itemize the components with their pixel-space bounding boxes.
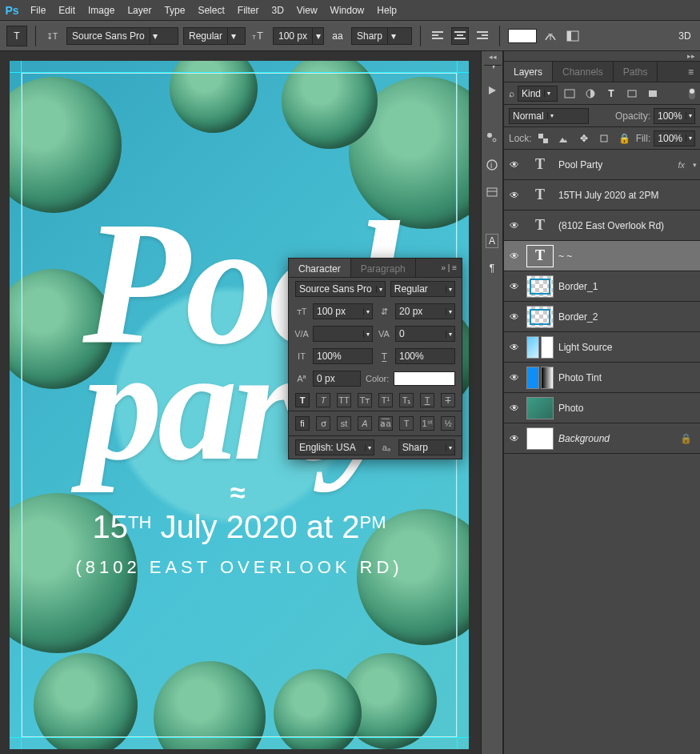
char-lang[interactable]: English: USA▾ [295,439,374,455]
ot-ordinals[interactable]: 1ˢᵗ [420,416,434,431]
properties-icon[interactable] [486,186,498,199]
layer-row[interactable]: 👁 Background 🔒 [504,423,700,454]
menu-layer[interactable]: Layer [121,0,158,21]
layer-name[interactable]: Photo [558,403,697,414]
ot-fractions[interactable]: ½ [441,416,455,431]
canvas-area[interactable]: Pool party ≈ 15TH July 2020 at 2PM (8102… [0,51,481,754]
menu-file[interactable]: File [24,0,52,21]
faux-bold[interactable]: T [295,393,310,407]
layer-name[interactable]: Border_2 [558,311,697,323]
tab-layers[interactable]: Layers [504,62,553,82]
lock-image-icon[interactable] [555,130,572,147]
font-family-dropdown[interactable]: Source Sans Pro ▾ [66,27,178,45]
guide-horizontal[interactable] [10,737,469,738]
superscript[interactable]: T¹ [378,393,393,407]
layer-row[interactable]: 👁 Photo [504,393,700,423]
tab-character[interactable]: Character [289,259,351,277]
fill-input[interactable]: 100%▾ [654,130,695,146]
visibility-toggle[interactable]: 👁 [507,159,522,170]
fx-label[interactable]: fx [678,160,685,170]
filter-adjust-icon[interactable] [582,85,599,102]
text-orientation-toggle[interactable]: ↧T [44,27,62,45]
poster-address[interactable]: (8102 EAST OVERLOOK RD) [10,557,469,578]
panel-menu-icon[interactable]: ≡ [682,62,700,82]
char-font-family[interactable]: Source Sans Pro▾ [295,281,386,297]
visibility-toggle[interactable]: 👁 [507,281,522,292]
align-right-button[interactable] [474,27,491,45]
layer-name[interactable]: Border_1 [558,281,697,292]
faux-italic[interactable]: T [316,393,330,407]
menu-3d[interactable]: 3D [265,0,290,21]
filter-pixel-icon[interactable] [561,85,578,102]
paragraph-icon[interactable]: ¶ [490,263,494,274]
ot-ligatures[interactable]: fi [295,416,310,431]
layer-name[interactable]: 15TH July 2020 at 2PM [558,190,697,201]
visibility-toggle[interactable]: 👁 [507,433,522,444]
char-tracking[interactable]: 0▾ [395,326,455,342]
layer-name[interactable]: Light Source [558,342,697,353]
ot-titling[interactable]: T [399,416,414,431]
brushes-icon[interactable] [486,131,498,144]
layer-row[interactable]: 👁 Border_1 [504,271,700,302]
strikethrough[interactable]: T [441,393,455,407]
type-tool-preset[interactable]: T [6,26,27,46]
menu-type[interactable]: Type [158,0,191,21]
lock-position-icon[interactable]: ✥ [575,130,592,147]
panel-expand-arrows[interactable]: ▸▸ [504,51,700,62]
layer-row[interactable]: 👁 Border_2 [504,302,700,332]
menu-filter[interactable]: Filter [231,0,266,21]
menu-window[interactable]: Window [324,0,371,21]
layer-name[interactable]: Pool Party [558,159,673,170]
panel-menu-button[interactable]: » | ≡ [436,259,462,277]
menu-edit[interactable]: Edit [52,0,82,21]
lock-transparent-icon[interactable] [535,130,552,147]
align-left-button[interactable] [429,27,446,45]
filter-shape-icon[interactable] [623,85,641,102]
lock-artboard-icon[interactable] [595,130,612,147]
layer-row[interactable]: 👁 Photo Tint [504,363,700,393]
warp-text-button[interactable]: T [542,27,559,45]
character-panel-toggle[interactable] [564,27,582,45]
layer-row[interactable]: 👁 T Pool Party fx▾ [504,150,700,180]
filter-toggle[interactable] [689,88,695,99]
visibility-toggle[interactable]: 👁 [507,403,522,414]
opacity-input[interactable]: 100%▾ [654,108,695,124]
lock-all-icon[interactable]: 🔒 [615,130,632,147]
layer-row[interactable]: 👁 T 15TH July 2020 at 2PM [504,180,700,211]
tab-channels[interactable]: Channels [553,62,614,82]
tab-paths[interactable]: Paths [614,62,658,82]
char-baseline[interactable]: 0 px [313,371,361,387]
menu-help[interactable]: Help [370,0,403,21]
character-icon[interactable]: A [486,234,498,248]
visibility-toggle[interactable]: 👁 [507,372,522,383]
font-size-dropdown[interactable]: 100 px ▾ [273,27,324,45]
actions-icon[interactable] [486,85,498,96]
ot-swash[interactable]: A [358,416,372,431]
font-style-dropdown[interactable]: Regular ▾ [183,27,246,45]
3d-button[interactable]: 3D [676,27,694,45]
antialias-dropdown[interactable]: Sharp ▾ [351,27,412,45]
menu-view[interactable]: View [290,0,324,21]
chevron-down-icon[interactable]: ▾ [693,161,697,169]
panel-collapse-arrows[interactable]: ◂◂ [484,51,502,66]
visibility-toggle[interactable]: 👁 [507,251,522,262]
char-vscale[interactable]: 100% [313,348,373,364]
char-aa[interactable]: Sharp▾ [398,439,455,455]
char-color-swatch[interactable] [394,371,455,386]
layer-name[interactable]: ~ ~ [558,251,697,262]
tab-paragraph[interactable]: Paragraph [351,259,416,277]
blend-mode-dropdown[interactable]: Normal▾ [509,108,589,124]
layer-name[interactable]: Background [558,433,675,444]
layer-name[interactable]: Photo Tint [558,372,697,383]
guide-horizontal[interactable] [10,72,469,73]
info-icon[interactable]: i [486,158,498,171]
visibility-toggle[interactable]: 👁 [507,311,522,323]
layer-row[interactable]: 👁 Light Source [504,332,700,363]
char-font-style[interactable]: Regular▾ [390,281,455,297]
menu-select[interactable]: Select [191,0,230,21]
layer-row[interactable]: 👁 T ~ ~ [504,241,700,271]
ot-contextual[interactable]: ơ [316,416,330,431]
char-leading[interactable]: 20 px▾ [395,303,455,319]
align-center-button[interactable] [451,27,469,45]
subscript[interactable]: T₁ [399,393,414,407]
